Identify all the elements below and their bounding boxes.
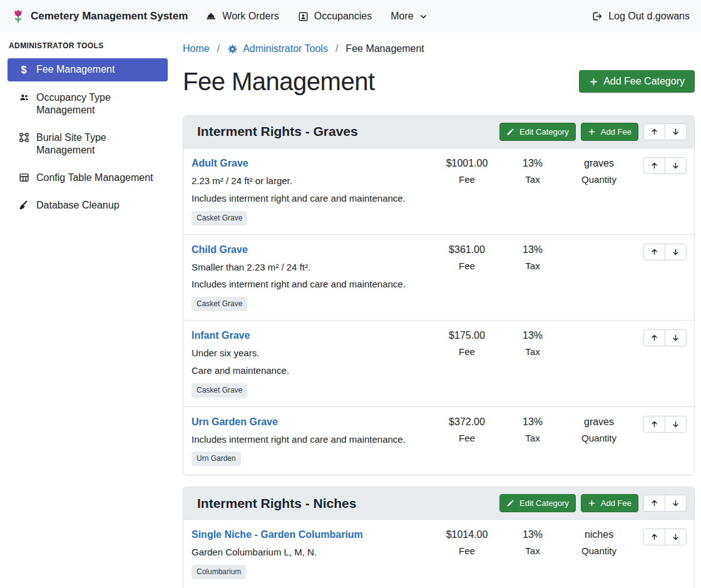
- tax-value: 13%: [501, 244, 564, 256]
- fee-amount-label: Fee: [432, 545, 501, 557]
- fee-row: Single Niche - Garden Columbarium Garden…: [183, 520, 694, 588]
- fee-amount-label: Fee: [432, 260, 501, 272]
- edit-category-button[interactable]: Edit Category: [499, 494, 576, 512]
- move-category-down-button[interactable]: [665, 123, 687, 140]
- sidebar-item-burial-site-type-management[interactable]: Burial Site Type Management: [8, 126, 168, 162]
- sidebar-item-fee-management[interactable]: $ Fee Management: [8, 58, 168, 81]
- fee-reorder-group: [643, 157, 687, 174]
- arrow-up-icon: [650, 499, 658, 507]
- nav-work-orders[interactable]: Work Orders: [205, 10, 279, 23]
- quantity-column: niches Quantity: [564, 529, 634, 557]
- move-fee-up-button[interactable]: [643, 329, 665, 346]
- add-fee-button[interactable]: Add Fee: [581, 123, 638, 141]
- fee-type-badge: Casket Grave: [192, 297, 247, 311]
- tax-value: 13%: [501, 416, 564, 428]
- fee-amount-column: $175.00 Fee: [432, 329, 501, 358]
- move-category-down-button[interactable]: [665, 495, 687, 512]
- fee-description: Includes interment right and care and ma…: [192, 434, 432, 446]
- sidebar-item-label: Burial Site Type Management: [36, 132, 161, 157]
- vector-square-icon: [18, 132, 30, 143]
- quantity-column: [564, 329, 634, 334]
- move-fee-down-button[interactable]: [665, 529, 687, 545]
- fee-name-link[interactable]: Child Grave: [192, 244, 248, 256]
- nav-occupancies[interactable]: Occupancies: [298, 10, 372, 23]
- sidebar-item-database-cleanup[interactable]: Database Cleanup: [8, 194, 168, 217]
- fee-description: Garden Columbarium L, M, N.: [192, 547, 432, 559]
- add-fee-category-button[interactable]: Add Fee Category: [579, 70, 695, 93]
- quantity-value: niches: [564, 529, 634, 541]
- table-icon: [18, 172, 30, 183]
- edit-category-label: Edit Category: [519, 127, 569, 137]
- fee-name-link[interactable]: Single Niche - Garden Columbarium: [192, 529, 363, 541]
- arrow-up-icon: [650, 248, 658, 256]
- arrow-down-icon: [672, 533, 680, 541]
- breadcrumb-admin-tools-link[interactable]: Administrator Tools: [227, 43, 328, 55]
- fee-type-badge: Casket Grave: [192, 211, 247, 225]
- breadcrumb-home-link[interactable]: Home: [183, 43, 210, 55]
- move-fee-down-button[interactable]: [665, 329, 687, 346]
- fee-category-card: Interment Rights - Niches Edit Category …: [183, 487, 695, 588]
- fee-description: Care and maintenance.: [192, 365, 432, 377]
- move-fee-up-button[interactable]: [643, 244, 665, 260]
- brand-link[interactable]: Cemetery Management System: [11, 8, 188, 24]
- plus-icon: [588, 499, 596, 507]
- chevron-down-icon: [419, 13, 427, 21]
- breadcrumb-separator: /: [217, 43, 220, 55]
- arrow-down-icon: [672, 248, 680, 256]
- move-fee-up-button[interactable]: [643, 416, 665, 433]
- nav-more[interactable]: More: [391, 10, 427, 23]
- fee-amount-column: $1001.00 Fee: [432, 157, 501, 186]
- category-title: Interment Rights - Graves: [197, 123, 358, 140]
- topbar: Cemetery Management System Work Orders O…: [0, 0, 701, 33]
- page-title: Fee Management: [183, 66, 375, 96]
- move-fee-down-button[interactable]: [665, 157, 687, 174]
- move-fee-down-button[interactable]: [665, 416, 687, 433]
- sidebar-item-config-table-management[interactable]: Config Table Management: [8, 167, 168, 189]
- add-fee-button[interactable]: Add Fee: [581, 494, 638, 512]
- fee-reorder-group: [643, 416, 687, 433]
- tax-value: 13%: [501, 157, 564, 170]
- sidebar-item-occupancy-type-management[interactable]: Occupancy Type Management: [8, 86, 168, 121]
- fee-amount: $1001.00: [432, 157, 501, 170]
- users-icon: [18, 92, 30, 103]
- logout-link[interactable]: Log Out d.gowans: [591, 10, 690, 23]
- fee-amount-label: Fee: [432, 346, 501, 358]
- move-category-up-button[interactable]: [643, 495, 665, 512]
- fee-name-link[interactable]: Adult Grave: [192, 157, 248, 170]
- main-content: Home / Administrator Tool: [175, 33, 701, 588]
- fee-name-link[interactable]: Infant Grave: [192, 329, 250, 342]
- arrow-down-icon: [672, 499, 680, 507]
- quantity-value: graves: [564, 157, 634, 170]
- arrow-up-icon: [650, 533, 658, 541]
- fee-amount-column: $1014.00 Fee: [432, 529, 501, 557]
- fee-amount: $372.00: [432, 416, 501, 428]
- plus-icon: [588, 128, 596, 136]
- move-fee-up-button[interactable]: [643, 529, 665, 545]
- brand-title: Cemetery Management System: [31, 9, 188, 23]
- fee-row: Child Grave Smaller than 2.23 m² / 24 ft…: [183, 235, 694, 321]
- move-fee-down-button[interactable]: [665, 244, 687, 260]
- person-booth-icon: [298, 11, 309, 22]
- fee-reorder-group: [643, 244, 687, 260]
- logout-label: Log Out d.gowans: [608, 10, 690, 23]
- fee-type-badge: Urn Garden: [192, 451, 241, 466]
- fee-description: 2.23 m² / 24 ft² or larger.: [192, 175, 432, 187]
- quantity-column: graves Quantity: [564, 416, 634, 445]
- fee-reorder-group: [643, 529, 687, 545]
- tax-label: Tax: [501, 174, 564, 186]
- fee-descriptions: 2.23 m² / 24 ft² or larger.Includes inte…: [192, 175, 432, 205]
- fee-row: Infant Grave Under six years.Care and ma…: [183, 321, 694, 407]
- category-reorder-group: [643, 495, 687, 512]
- fee-description: Includes interment right and care and ma…: [192, 193, 432, 205]
- fee-main: Adult Grave 2.23 m² / 24 ft² or larger.I…: [192, 157, 432, 225]
- tax-column: 13% Tax: [501, 157, 564, 186]
- tax-label: Tax: [501, 545, 564, 557]
- move-fee-up-button[interactable]: [643, 157, 665, 174]
- category-reorder-group: [643, 123, 687, 140]
- edit-category-button[interactable]: Edit Category: [499, 123, 576, 141]
- fee-main: Single Niche - Garden Columbarium Garden…: [192, 529, 432, 579]
- move-category-up-button[interactable]: [643, 123, 665, 140]
- fee-descriptions: Under six years.Care and maintenance.: [192, 348, 432, 377]
- fee-type-badge: Columbarium: [192, 565, 246, 579]
- fee-name-link[interactable]: Urn Garden Grave: [192, 416, 278, 428]
